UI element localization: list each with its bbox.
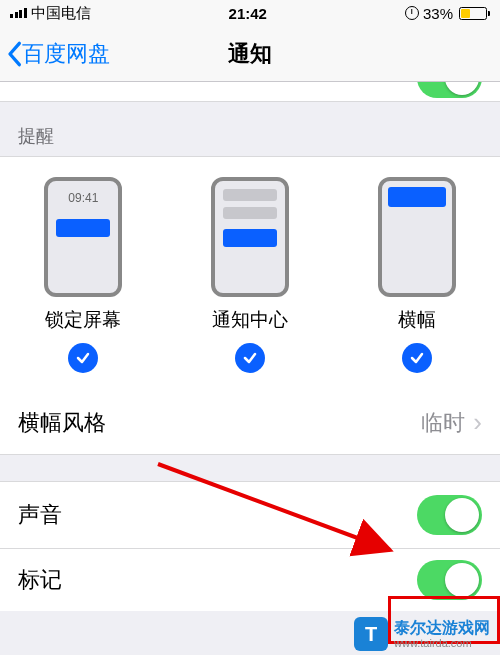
battery-icon — [457, 7, 490, 20]
notification-center-label: 通知中心 — [212, 307, 288, 333]
status-left: 中国电信 — [10, 4, 91, 23]
watermark-name: 泰尔达游戏网 — [394, 619, 490, 637]
status-bar: 中国电信 21:42 33% — [0, 0, 500, 26]
notification-center-check — [235, 343, 265, 373]
badges-toggle[interactable] — [417, 560, 482, 600]
lock-screen-label: 锁定屏幕 — [45, 307, 121, 333]
allow-notifications-row-partial — [0, 82, 500, 102]
banner-style-row[interactable]: 横幅风格 临时 › — [0, 391, 500, 455]
watermark-url: www.tairda.com — [394, 637, 490, 649]
alarm-icon — [405, 6, 419, 20]
alerts-section-header: 提醒 — [0, 102, 500, 156]
lock-screen-check — [68, 343, 98, 373]
watermark-logo-icon: T — [354, 617, 388, 651]
back-label: 百度网盘 — [22, 39, 110, 69]
sounds-label: 声音 — [18, 500, 417, 530]
banner-style-label: 横幅风格 — [18, 408, 421, 438]
banners-label: 横幅 — [398, 307, 436, 333]
banners-preview-icon — [378, 177, 456, 297]
back-button[interactable]: 百度网盘 — [0, 39, 110, 69]
status-time: 21:42 — [91, 5, 405, 22]
sounds-row: 声音 — [0, 481, 500, 549]
alert-style-banners[interactable]: 横幅 — [334, 177, 499, 373]
lock-time: 09:41 — [68, 191, 98, 205]
status-right: 33% — [405, 5, 490, 22]
lock-screen-preview-icon: 09:41 — [44, 177, 122, 297]
banner-style-value: 临时 — [421, 408, 465, 438]
alert-style-notification-center[interactable]: 通知中心 — [167, 177, 332, 373]
chevron-right-icon: › — [473, 407, 482, 438]
banners-check — [402, 343, 432, 373]
alert-styles-section: 09:41 锁定屏幕 通知中心 横幅 — [0, 156, 500, 392]
allow-notifications-toggle[interactable] — [417, 82, 482, 98]
alert-style-lock-screen[interactable]: 09:41 锁定屏幕 — [1, 177, 166, 373]
signal-icon — [10, 8, 27, 18]
watermark: T 泰尔达游戏网 www.tairda.com — [354, 617, 490, 651]
battery-percent: 33% — [423, 5, 453, 22]
badges-label: 标记 — [18, 565, 417, 595]
sounds-toggle[interactable] — [417, 495, 482, 535]
notification-center-preview-icon — [211, 177, 289, 297]
nav-bar: 百度网盘 通知 — [0, 26, 500, 82]
chevron-left-icon — [6, 40, 22, 68]
carrier-label: 中国电信 — [31, 4, 91, 23]
badges-row: 标记 — [0, 549, 500, 611]
